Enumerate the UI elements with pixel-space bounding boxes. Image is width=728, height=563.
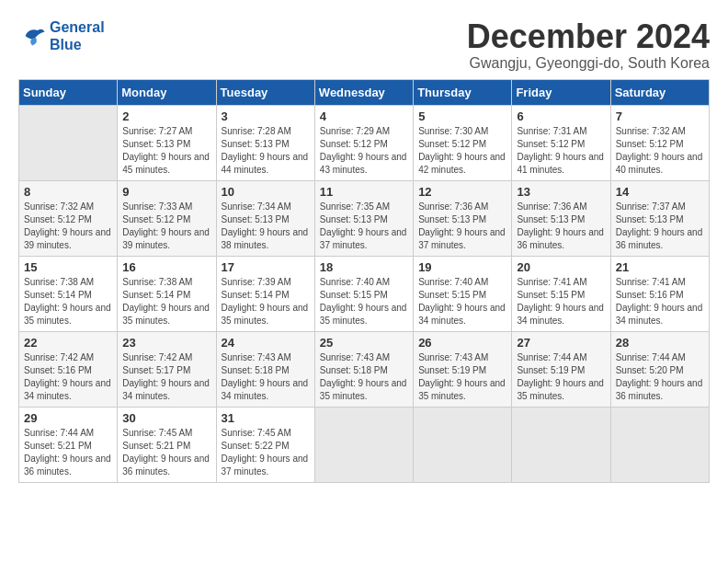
day-number: 13: [517, 185, 605, 199]
calendar-cell: [610, 407, 709, 482]
day-number: 11: [320, 185, 408, 199]
calendar-cell: 17 Sunrise: 7:39 AMSunset: 5:14 PMDaylig…: [216, 256, 314, 331]
logo: General Blue: [18, 18, 105, 53]
day-number: 26: [418, 336, 506, 350]
day-info: Sunrise: 7:37 AMSunset: 5:13 PMDaylight:…: [616, 201, 704, 252]
day-number: 12: [418, 185, 506, 199]
day-info: Sunrise: 7:41 AMSunset: 5:15 PMDaylight:…: [517, 276, 605, 327]
month-title: December 2024: [467, 18, 710, 55]
day-info: Sunrise: 7:44 AMSunset: 5:20 PMDaylight:…: [616, 351, 704, 403]
day-info: Sunrise: 7:32 AMSunset: 5:12 PMDaylight:…: [616, 125, 704, 177]
day-info: Sunrise: 7:36 AMSunset: 5:13 PMDaylight:…: [517, 201, 605, 252]
title-block: December 2024 Gwangju, Gyeonggi-do, Sout…: [467, 18, 710, 72]
calendar-cell: 30 Sunrise: 7:45 AMSunset: 5:21 PMDaylig…: [118, 407, 216, 482]
calendar-cell: 8 Sunrise: 7:32 AMSunset: 5:12 PMDayligh…: [19, 180, 118, 256]
day-number: 3: [222, 109, 310, 123]
calendar-cell: 12 Sunrise: 7:36 AMSunset: 5:13 PMDaylig…: [414, 180, 512, 256]
day-info: Sunrise: 7:40 AMSunset: 5:15 PMDaylight:…: [320, 276, 408, 327]
day-info: Sunrise: 7:29 AMSunset: 5:12 PMDaylight:…: [320, 125, 408, 177]
calendar-cell: 20 Sunrise: 7:41 AMSunset: 5:15 PMDaylig…: [512, 256, 610, 331]
day-number: 6: [517, 109, 605, 123]
calendar-cell: 10 Sunrise: 7:34 AMSunset: 5:13 PMDaylig…: [216, 180, 314, 256]
calendar-cell: 23 Sunrise: 7:42 AMSunset: 5:17 PMDaylig…: [118, 331, 216, 407]
day-number: 25: [320, 336, 408, 350]
location-subtitle: Gwangju, Gyeonggi-do, South Korea: [467, 55, 710, 72]
day-info: Sunrise: 7:27 AMSunset: 5:13 PMDaylight:…: [122, 125, 210, 177]
day-number: 7: [616, 109, 704, 123]
day-info: Sunrise: 7:31 AMSunset: 5:12 PMDaylight:…: [517, 125, 605, 177]
calendar-cell: 6 Sunrise: 7:31 AMSunset: 5:12 PMDayligh…: [512, 105, 610, 180]
day-number: 10: [222, 185, 310, 199]
col-wednesday: Wednesday: [314, 79, 413, 105]
page-header: General Blue December 2024 Gwangju, Gyeo…: [18, 18, 710, 72]
day-info: Sunrise: 7:42 AMSunset: 5:17 PMDaylight:…: [122, 351, 210, 403]
day-info: Sunrise: 7:40 AMSunset: 5:15 PMDaylight:…: [418, 276, 506, 327]
day-info: Sunrise: 7:43 AMSunset: 5:19 PMDaylight:…: [418, 351, 506, 403]
day-number: 2: [122, 109, 210, 123]
calendar-row-3: 22 Sunrise: 7:42 AMSunset: 5:16 PMDaylig…: [19, 331, 710, 407]
day-number: 23: [122, 336, 210, 350]
day-info: Sunrise: 7:42 AMSunset: 5:16 PMDaylight:…: [24, 351, 112, 403]
day-info: Sunrise: 7:43 AMSunset: 5:18 PMDaylight:…: [222, 351, 310, 403]
day-number: 4: [320, 109, 408, 123]
calendar-cell: 18 Sunrise: 7:40 AMSunset: 5:15 PMDaylig…: [314, 256, 413, 331]
calendar-cell: 2 Sunrise: 7:27 AMSunset: 5:13 PMDayligh…: [118, 105, 216, 180]
day-info: Sunrise: 7:33 AMSunset: 5:12 PMDaylight:…: [122, 201, 210, 252]
calendar-row-2: 15 Sunrise: 7:38 AMSunset: 5:14 PMDaylig…: [19, 256, 710, 331]
day-info: Sunrise: 7:28 AMSunset: 5:13 PMDaylight:…: [222, 125, 310, 177]
calendar-cell: 31 Sunrise: 7:45 AMSunset: 5:22 PMDaylig…: [216, 407, 314, 482]
col-friday: Friday: [512, 79, 610, 105]
day-number: 27: [517, 336, 605, 350]
col-monday: Monday: [118, 79, 216, 105]
calendar-cell: 3 Sunrise: 7:28 AMSunset: 5:13 PMDayligh…: [216, 105, 314, 180]
col-sunday: Sunday: [19, 79, 118, 105]
calendar-cell: 24 Sunrise: 7:43 AMSunset: 5:18 PMDaylig…: [216, 331, 314, 407]
day-number: 29: [24, 411, 112, 425]
calendar-cell: 11 Sunrise: 7:35 AMSunset: 5:13 PMDaylig…: [314, 180, 413, 256]
day-info: Sunrise: 7:39 AMSunset: 5:14 PMDaylight:…: [222, 276, 310, 327]
day-info: Sunrise: 7:44 AMSunset: 5:19 PMDaylight:…: [517, 351, 605, 403]
day-number: 30: [122, 411, 210, 425]
calendar-cell: 27 Sunrise: 7:44 AMSunset: 5:19 PMDaylig…: [512, 331, 610, 407]
calendar-table: Sunday Monday Tuesday Wednesday Thursday…: [18, 79, 710, 483]
day-info: Sunrise: 7:36 AMSunset: 5:13 PMDaylight:…: [418, 201, 506, 252]
day-number: 8: [24, 185, 112, 199]
day-info: Sunrise: 7:34 AMSunset: 5:13 PMDaylight:…: [222, 201, 310, 252]
day-number: 5: [418, 109, 506, 123]
day-number: 9: [122, 185, 210, 199]
day-number: 28: [616, 336, 704, 350]
day-number: 24: [222, 336, 310, 350]
col-thursday: Thursday: [414, 79, 512, 105]
day-number: 21: [616, 260, 704, 274]
calendar-cell: 13 Sunrise: 7:36 AMSunset: 5:13 PMDaylig…: [512, 180, 610, 256]
day-number: 16: [122, 260, 210, 274]
day-number: 19: [418, 260, 506, 274]
day-number: 20: [517, 260, 605, 274]
calendar-cell: 19 Sunrise: 7:40 AMSunset: 5:15 PMDaylig…: [414, 256, 512, 331]
calendar-cell: 14 Sunrise: 7:37 AMSunset: 5:13 PMDaylig…: [610, 180, 709, 256]
col-saturday: Saturday: [610, 79, 709, 105]
logo-icon: [18, 22, 46, 50]
calendar-cell: 29 Sunrise: 7:44 AMSunset: 5:21 PMDaylig…: [19, 407, 118, 482]
calendar-cell: 4 Sunrise: 7:29 AMSunset: 5:12 PMDayligh…: [314, 105, 413, 180]
calendar-cell: 5 Sunrise: 7:30 AMSunset: 5:12 PMDayligh…: [414, 105, 512, 180]
calendar-cell: [512, 407, 610, 482]
calendar-cell: 28 Sunrise: 7:44 AMSunset: 5:20 PMDaylig…: [610, 331, 709, 407]
day-info: Sunrise: 7:38 AMSunset: 5:14 PMDaylight:…: [122, 276, 210, 327]
calendar-cell: 21 Sunrise: 7:41 AMSunset: 5:16 PMDaylig…: [610, 256, 709, 331]
calendar-cell: 15 Sunrise: 7:38 AMSunset: 5:14 PMDaylig…: [19, 256, 118, 331]
day-info: Sunrise: 7:43 AMSunset: 5:18 PMDaylight:…: [320, 351, 408, 403]
header-row: Sunday Monday Tuesday Wednesday Thursday…: [19, 79, 710, 105]
day-info: Sunrise: 7:41 AMSunset: 5:16 PMDaylight:…: [616, 276, 704, 327]
calendar-cell: 26 Sunrise: 7:43 AMSunset: 5:19 PMDaylig…: [414, 331, 512, 407]
day-info: Sunrise: 7:45 AMSunset: 5:21 PMDaylight:…: [122, 427, 210, 478]
logo-text: General Blue: [50, 18, 105, 53]
day-number: 22: [24, 336, 112, 350]
day-number: 14: [616, 185, 704, 199]
day-info: Sunrise: 7:44 AMSunset: 5:21 PMDaylight:…: [24, 427, 112, 478]
calendar-cell: [414, 407, 512, 482]
day-number: 17: [222, 260, 310, 274]
calendar-row-0: 2 Sunrise: 7:27 AMSunset: 5:13 PMDayligh…: [19, 105, 710, 180]
day-info: Sunrise: 7:38 AMSunset: 5:14 PMDaylight:…: [24, 276, 112, 327]
calendar-row-1: 8 Sunrise: 7:32 AMSunset: 5:12 PMDayligh…: [19, 180, 710, 256]
